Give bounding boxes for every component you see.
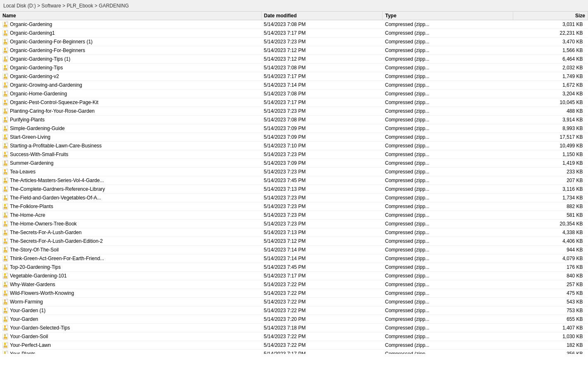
table-row[interactable]: ZIP Top-20-Gardening-Tips 5/14/2023 7:45… xyxy=(0,263,588,272)
table-row[interactable]: ZIP Starting-a-Profitable-Lawn-Care-Busi… xyxy=(0,142,588,150)
file-name: Your-Plants xyxy=(10,351,36,354)
svg-rect-311 xyxy=(4,318,6,318)
zip-file-icon: ZIP xyxy=(2,264,8,270)
file-date-cell: 5/14/2023 7:14 PM xyxy=(261,254,383,263)
file-size-cell: 840 KB xyxy=(513,272,588,280)
file-date-cell: 5/14/2023 7:23 PM xyxy=(261,38,383,46)
svg-rect-159 xyxy=(4,171,6,172)
file-size-cell: 8,993 KB xyxy=(513,124,588,133)
svg-rect-265 xyxy=(4,273,6,274)
svg-rect-184 xyxy=(4,195,6,196)
table-row[interactable]: ZIP Start-Green-Living 5/14/2023 7:09 PM… xyxy=(0,133,588,142)
table-row[interactable]: ZIP The-Secrets-For-A-Lush-Garden-Editio… xyxy=(0,237,588,246)
table-row[interactable]: ZIP Summer-Gardening 5/14/2023 7:09 PM C… xyxy=(0,159,588,168)
table-row[interactable]: ZIP The-Field-and-Garden-Vegetables-Of-A… xyxy=(0,194,588,202)
file-name: Organic-Gardening-For-Beginners (1) xyxy=(10,39,93,45)
table-row[interactable]: ZIP The-Complete-Gardners-Reference-Libr… xyxy=(0,185,588,194)
table-row[interactable]: ZIP Vegetable-Gardening-101 5/14/2023 7:… xyxy=(0,272,588,280)
svg-rect-195 xyxy=(4,206,6,206)
file-name: Planting-Caring-for-Your-Rose-Garden xyxy=(10,108,95,114)
file-date-cell: 5/14/2023 7:23 PM xyxy=(261,202,383,211)
file-size-cell: 488 KB xyxy=(513,107,588,116)
file-date-cell: 5/14/2023 7:22 PM xyxy=(261,298,383,306)
zip-file-icon: ZIP xyxy=(2,281,8,288)
table-row[interactable]: ZIP The-Articles-Masters-Series-Vol-4-Ga… xyxy=(0,176,588,185)
file-type-cell: Compressed (zipp... xyxy=(383,220,513,228)
file-type-cell: Compressed (zipp... xyxy=(383,46,513,55)
table-row[interactable]: ZIP The-Story-Of-The-Soil 5/14/2023 7:14… xyxy=(0,246,588,254)
svg-text:ZIP: ZIP xyxy=(4,208,7,209)
table-row[interactable]: ZIP Organic-Gardening-v2 5/14/2023 7:17 … xyxy=(0,72,588,81)
file-name-cell: ZIP Planting-Caring-for-Your-Rose-Garden xyxy=(0,107,116,115)
file-size-cell: 543 KB xyxy=(513,298,588,306)
table-row[interactable]: ZIP Your-Garden-Soil 5/14/2023 7:22 PM C… xyxy=(0,332,588,341)
table-row[interactable]: ZIP The-Folklore-Plants 5/14/2023 7:23 P… xyxy=(0,202,588,211)
file-type-cell: Compressed (zipp... xyxy=(383,176,513,185)
table-row[interactable]: ZIP Organic-Growing-and-Gardening 5/14/2… xyxy=(0,81,588,90)
svg-rect-294 xyxy=(4,301,6,302)
svg-text:ZIP: ZIP xyxy=(4,52,7,53)
svg-rect-4 xyxy=(4,22,6,23)
svg-text:ZIP: ZIP xyxy=(4,173,7,175)
table-row[interactable]: ZIP Organic-Gardening 5/14/2023 7:08 PM … xyxy=(0,20,588,29)
svg-text:ZIP: ZIP xyxy=(4,190,7,192)
file-name-cell: ZIP The-Home-Acre xyxy=(0,211,116,219)
svg-rect-266 xyxy=(4,274,6,275)
table-row[interactable]: ZIP Your-Garden 5/14/2023 7:20 PM Compre… xyxy=(0,315,588,324)
file-name-cell: ZIP Organic-Growing-and-Gardening xyxy=(0,81,116,89)
svg-rect-96 xyxy=(4,110,6,111)
table-row[interactable]: ZIP Organic-Gardening1 5/14/2023 7:17 PM… xyxy=(0,29,588,38)
svg-rect-330 xyxy=(4,336,6,337)
table-row[interactable]: ZIP Worm-Farming 5/14/2023 7:22 PM Compr… xyxy=(0,298,588,306)
file-name-cell: ZIP Why-Water-Gardens xyxy=(0,280,116,289)
file-name-cell: ZIP Organic-Gardening-Tips xyxy=(0,64,116,72)
table-row[interactable]: ZIP Organic-Gardening-For-Beginners 5/14… xyxy=(0,46,588,55)
svg-rect-258 xyxy=(4,266,6,267)
svg-text:ZIP: ZIP xyxy=(4,199,7,201)
file-name-cell: ZIP Summer-Gardening xyxy=(0,159,116,167)
svg-rect-40 xyxy=(4,57,6,57)
column-header-type[interactable]: Type xyxy=(383,12,513,20)
file-name: Think-Green-Act-Green-For-Earth-Friend..… xyxy=(10,256,104,261)
table-row[interactable]: ZIP Simple-Gardening-Guide 5/14/2023 7:0… xyxy=(0,124,588,133)
table-row[interactable]: ZIP Success-With-Small-Fruits 5/14/2023 … xyxy=(0,150,588,159)
svg-text:ZIP: ZIP xyxy=(4,164,7,166)
zip-file-icon: ZIP xyxy=(2,351,8,354)
svg-rect-274 xyxy=(4,282,6,283)
table-row[interactable]: ZIP The-Home-Owners-Tree-Book 5/14/2023 … xyxy=(0,220,588,228)
table-row[interactable]: ZIP Why-Water-Gardens 5/14/2023 7:22 PM … xyxy=(0,280,588,289)
table-row[interactable]: ZIP Your-Garden-Selected-Tips 5/14/2023 … xyxy=(0,324,588,332)
table-row[interactable]: ZIP Tea-Leaves 5/14/2023 7:23 PM Compres… xyxy=(0,168,588,176)
table-row[interactable]: ZIP Your-Plants 5/14/2023 7:17 PM Compre… xyxy=(0,350,588,354)
file-type-cell: Compressed (zipp... xyxy=(383,124,513,133)
file-name: Purifying-Plants xyxy=(10,117,45,123)
file-type-cell: Compressed (zipp... xyxy=(383,168,513,176)
table-row[interactable]: ZIP Wild-Flowers-Worth-Knowing 5/14/2023… xyxy=(0,289,588,298)
table-row[interactable]: ZIP Organic-Gardening-Tips (1) 5/14/2023… xyxy=(0,55,588,64)
svg-rect-105 xyxy=(4,119,6,120)
table-row[interactable]: ZIP Purifying-Plants 5/14/2023 7:08 PM C… xyxy=(0,116,588,124)
table-row[interactable]: ZIP Organic-Home-Gardening 5/14/2023 7:0… xyxy=(0,90,588,98)
table-row[interactable]: ZIP The-Secrets-For-A-Lush-Garden 5/14/2… xyxy=(0,228,588,237)
table-row[interactable]: ZIP Your-Garden (1) 5/14/2023 7:22 PM Co… xyxy=(0,306,588,315)
zip-file-icon: ZIP xyxy=(2,342,8,348)
file-size-cell: 3,914 KB xyxy=(513,116,588,124)
table-row[interactable]: ZIP Planting-Caring-for-Your-Rose-Garden… xyxy=(0,107,588,116)
column-header-size[interactable]: Size xyxy=(513,12,588,20)
file-date-cell: 5/14/2023 7:08 PM xyxy=(261,116,383,124)
table-row[interactable]: ZIP Think-Green-Act-Green-For-Earth-Frie… xyxy=(0,254,588,263)
file-name-cell: ZIP Worm-Farming xyxy=(0,298,116,306)
svg-text:ZIP: ZIP xyxy=(4,147,7,149)
column-header-name[interactable]: Name xyxy=(0,12,261,20)
table-row[interactable]: ZIP Organic-Gardening-For-Beginners (1) … xyxy=(0,38,588,46)
column-header-date[interactable]: Date modified xyxy=(261,12,383,20)
table-row[interactable]: ZIP Organic-Pest-Control-Squeeze-Page-Ki… xyxy=(0,98,588,107)
file-type-cell: Compressed (zipp... xyxy=(383,98,513,107)
table-row[interactable]: ZIP Organic-Gardening-Tips 5/14/2023 7:0… xyxy=(0,64,588,72)
file-size-cell: 257 KB xyxy=(513,280,588,289)
file-date-cell: 5/14/2023 7:45 PM xyxy=(261,263,383,272)
file-name: Your-Perfect-Lawn xyxy=(10,342,51,348)
file-type-cell: Compressed (zipp... xyxy=(383,289,513,298)
table-row[interactable]: ZIP Your-Perfect-Lawn 5/14/2023 7:22 PM … xyxy=(0,341,588,350)
table-row[interactable]: ZIP The-Home-Acre 5/14/2023 7:23 PM Comp… xyxy=(0,211,588,220)
